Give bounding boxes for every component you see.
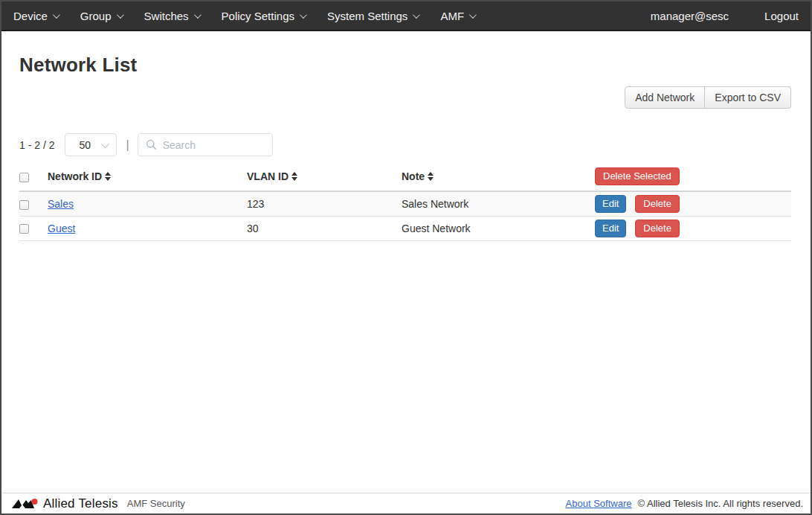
table-header-row: Network ID VLAN ID Note (19, 164, 791, 191)
sort-icon[interactable] (291, 172, 297, 181)
edit-button[interactable]: Edit (595, 220, 626, 237)
footer-right: About Software © Allied Telesis Inc. All… (566, 498, 803, 509)
chevron-down-icon (413, 11, 420, 19)
main-content: Network List Add Network Export to CSV 1… (1, 31, 811, 493)
top-navbar: Device Group Switches Policy Settings Sy… (1, 1, 811, 31)
note-cell: Guest Network (402, 216, 595, 240)
note-cell: Sales Network (402, 191, 595, 216)
brand-name: Allied Telesis (43, 496, 118, 511)
nav-item-label: Policy Settings (222, 10, 294, 22)
delete-selected-button[interactable]: Delete Selected (595, 167, 680, 185)
chevron-down-icon (101, 139, 109, 147)
sort-icon[interactable] (428, 172, 434, 181)
delete-button[interactable]: Delete (635, 195, 680, 213)
nav-item-device[interactable]: Device (13, 10, 58, 22)
column-header-note: Note (402, 170, 425, 182)
nav-item-label: Device (13, 10, 48, 22)
app-window: Device Group Switches Policy Settings Sy… (0, 0, 812, 515)
delete-button[interactable]: Delete (635, 220, 680, 237)
nav-item-group[interactable]: Group (80, 10, 122, 22)
row-checkbox[interactable] (19, 224, 29, 234)
nav-item-policy-settings[interactable]: Policy Settings (222, 10, 305, 22)
chevron-down-icon (194, 11, 202, 19)
network-id-link[interactable]: Sales (48, 198, 74, 210)
sort-icon[interactable] (105, 172, 111, 181)
chevron-down-icon (469, 11, 477, 19)
nav-item-amf[interactable]: AMF (440, 10, 474, 22)
export-csv-button[interactable]: Export to CSV (705, 86, 791, 109)
nav-item-label: Group (80, 10, 112, 22)
chevron-down-icon (117, 11, 124, 19)
toolbar-button-group: Add Network Export to CSV (625, 86, 791, 109)
allied-telesis-logo-icon (12, 497, 39, 511)
brand: Allied Telesis AMF Security (12, 496, 185, 511)
nav-item-switches[interactable]: Switches (144, 10, 199, 22)
add-network-button[interactable]: Add Network (625, 86, 705, 109)
table-row: Guest 30 Guest Network Edit Delete (19, 216, 791, 240)
search-input[interactable] (138, 133, 273, 156)
page-title: Network List (19, 54, 791, 77)
search-box (138, 133, 273, 156)
footer: Allied Telesis AMF Security About Softwa… (1, 493, 811, 514)
product-name: AMF Security (127, 498, 185, 509)
vlan-id-cell: 30 (247, 216, 402, 240)
edit-button[interactable]: Edit (595, 195, 626, 213)
nav-menu: Device Group Switches Policy Settings Sy… (13, 10, 474, 22)
page-size-value: 50 (79, 139, 91, 151)
copyright-text: © Allied Telesis Inc. All rights reserve… (638, 498, 804, 509)
network-table: Network ID VLAN ID Note (19, 164, 791, 241)
vlan-id-cell: 123 (247, 191, 402, 216)
logged-in-user: manager@sesc (651, 10, 729, 22)
page-size-select[interactable]: 50 (65, 133, 117, 156)
result-range-text: 1 - 2 / 2 (19, 139, 54, 151)
row-checkbox[interactable] (19, 200, 29, 210)
search-icon (146, 139, 157, 150)
toolbar: Add Network Export to CSV (19, 86, 791, 109)
logout-button[interactable]: Logout (764, 10, 799, 22)
separator: | (126, 138, 129, 152)
column-header-vlan-id: VLAN ID (247, 170, 289, 182)
nav-right: manager@sesc Logout (651, 10, 799, 22)
nav-item-label: Switches (144, 10, 189, 22)
nav-item-label: System Settings (327, 10, 407, 22)
network-id-link[interactable]: Guest (48, 223, 75, 234)
table-row: Sales 123 Sales Network Edit Delete (19, 191, 791, 216)
list-controls: 1 - 2 / 2 50 | (19, 133, 791, 156)
about-software-link[interactable]: About Software (566, 498, 632, 509)
nav-item-system-settings[interactable]: System Settings (327, 10, 418, 22)
chevron-down-icon (53, 11, 60, 19)
column-header-network-id: Network ID (48, 170, 102, 182)
chevron-down-icon (300, 11, 307, 19)
select-all-checkbox[interactable] (19, 173, 29, 182)
nav-item-label: AMF (440, 10, 464, 22)
